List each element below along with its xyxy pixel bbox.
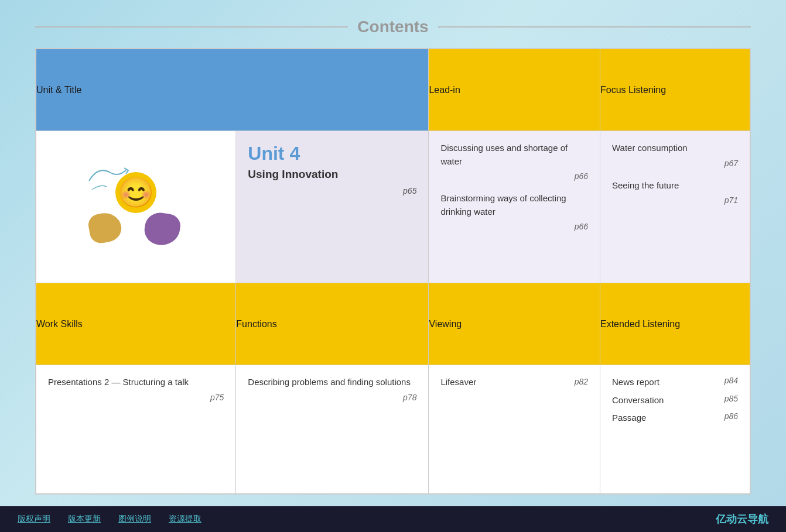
unit-subtitle: Using Innovation xyxy=(248,168,416,181)
extended-item-2: Conversation p85 xyxy=(612,394,738,407)
unit-number: Unit 4 xyxy=(248,143,416,164)
footer-link-copyright[interactable]: 版权声明 xyxy=(18,514,50,524)
work-skills-cell: Presentations 2 — Structuring a talk p75 xyxy=(36,365,236,494)
focus-item-2: Seeing the future p71 xyxy=(612,179,738,207)
functions-text: Describing problems and finding solution… xyxy=(248,376,416,404)
footer-link-resources[interactable]: 资源提取 xyxy=(169,514,201,524)
unit-image-cell xyxy=(36,131,236,283)
content-row-1: Unit 4 Using Innovation p65 Discussing u… xyxy=(36,131,750,283)
footer-links: 版权声明 版本更新 图例说明 资源提取 xyxy=(18,514,201,524)
header-viewing: Viewing xyxy=(429,283,600,365)
unit-info-cell: Unit 4 Using Innovation p65 xyxy=(236,131,429,283)
title-line-right xyxy=(438,26,751,28)
table-container: Unit & Title Lead-in Focus Listening xyxy=(35,48,751,495)
unit-image xyxy=(83,160,189,254)
header-unit-title: Unit & Title xyxy=(36,49,429,131)
header-row-2: Work Skills Functions Viewing Extended L… xyxy=(36,283,750,365)
footer-link-legend[interactable]: 图例说明 xyxy=(118,514,151,524)
title-line-left xyxy=(35,26,348,28)
smiley-icon xyxy=(115,172,156,213)
unit-page-ref: p65 xyxy=(403,186,416,195)
paper-1 xyxy=(87,210,124,245)
focus-item-1: Water consumption p67 xyxy=(612,142,738,170)
contents-table: Unit & Title Lead-in Focus Listening xyxy=(36,49,750,494)
lead-in-cell: Discussing uses and shortage of water p6… xyxy=(429,131,600,283)
content-row-2: Presentations 2 — Structuring a talk p75… xyxy=(36,365,750,494)
functions-cell: Describing problems and finding solution… xyxy=(236,365,429,494)
header-lead-in: Lead-in xyxy=(429,49,600,131)
footer-link-updates[interactable]: 版本更新 xyxy=(68,514,101,524)
header-functions: Functions xyxy=(236,283,429,365)
header-row-1: Unit & Title Lead-in Focus Listening xyxy=(36,49,750,131)
focus-listening-cell: Water consumption p67 Seeing the future … xyxy=(600,131,750,283)
viewing-text: Lifesaver p82 xyxy=(440,376,588,389)
header-work-skills: Work Skills xyxy=(36,283,236,365)
work-skills-text: Presentations 2 — Structuring a talk p75 xyxy=(48,376,224,404)
header-extended-listening: Extended Listening xyxy=(600,283,750,365)
title-row: Contents xyxy=(35,18,751,36)
paper-2 xyxy=(143,211,182,248)
lead-in-item-1: Discussing uses and shortage of water p6… xyxy=(440,142,588,183)
extended-item-1: News report p84 xyxy=(612,376,738,389)
header-focus-listening: Focus Listening xyxy=(600,49,750,131)
footer-bar: 版权声明 版本更新 图例说明 资源提取 亿动云导航 xyxy=(0,506,786,532)
viewing-cell: Lifesaver p82 xyxy=(429,365,600,494)
extended-listening-cell: News report p84 Conversation p85 Passage… xyxy=(600,365,750,494)
brand-name: 亿动云导航 xyxy=(716,512,768,526)
page-title: Contents xyxy=(348,18,438,36)
main-area: Contents Unit & Title Lead-in xyxy=(0,0,786,506)
lead-in-item-2: Brainstorming ways of collecting drinkin… xyxy=(440,192,588,233)
extended-item-3: Passage p86 xyxy=(612,411,738,425)
